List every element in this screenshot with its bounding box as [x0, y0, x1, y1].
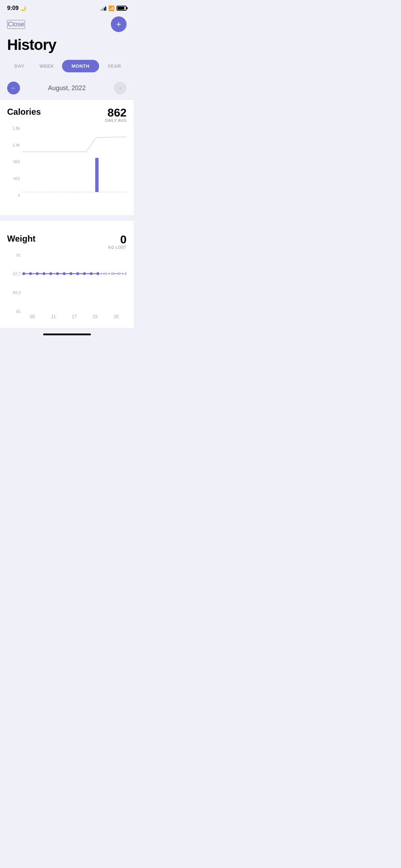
period-tabs: DAY WEEK MONTH YEAR: [0, 60, 134, 78]
page-title-section: History: [0, 36, 134, 60]
svg-point-7: [43, 272, 46, 275]
page-title: History: [7, 36, 127, 53]
svg-point-17: [111, 272, 114, 275]
weight-section: Weight 0 KG LOST 91 87.7 84.3 81: [0, 227, 134, 328]
svg-point-8: [50, 272, 52, 275]
add-button[interactable]: +: [111, 16, 127, 32]
calories-avg-label: DAILY AVG: [105, 118, 127, 123]
y-label-452: 452: [7, 176, 20, 181]
y-label-1-8k: 1.8k: [7, 126, 20, 130]
calories-value: 862: [105, 107, 127, 118]
chart-divider: [0, 215, 134, 221]
close-button[interactable]: Close: [7, 20, 25, 29]
tab-month[interactable]: MONTH: [62, 60, 99, 72]
status-icons: 📶: [101, 5, 127, 11]
next-date-button[interactable]: →: [114, 82, 127, 94]
weight-y-label-877: 87.7: [7, 272, 21, 276]
tab-week[interactable]: WEEK: [35, 60, 59, 72]
x-label-23: 23: [85, 314, 106, 319]
svg-point-15: [97, 272, 99, 275]
weight-y-label-81: 81: [7, 309, 21, 314]
home-indicator: [43, 334, 91, 335]
svg-point-5: [29, 272, 32, 275]
nav-bar: Close +: [0, 14, 134, 36]
x-label-29: 29: [106, 314, 127, 319]
tab-day[interactable]: DAY: [7, 60, 32, 72]
weight-stat: 0 KG LOST: [108, 234, 127, 249]
svg-point-14: [90, 272, 93, 275]
moon-icon: 🌙: [20, 5, 26, 11]
content-area: Calories 862 DAILY AVG 1.8k 1.4k 904 452…: [0, 100, 134, 328]
x-label-11: 11: [43, 314, 64, 319]
battery-icon: [117, 6, 127, 11]
y-label-1-4k: 1.4k: [7, 143, 20, 147]
x-label-17: 17: [64, 314, 85, 319]
weight-value: 0: [108, 234, 127, 245]
svg-rect-1: [95, 158, 98, 192]
plus-icon: +: [116, 20, 121, 29]
svg-point-4: [22, 272, 25, 275]
current-date-label: August, 2022: [48, 84, 86, 92]
calories-stat: 862 DAILY AVG: [105, 107, 127, 123]
calories-section: Calories 862 DAILY AVG 1.8k 1.4k 904 452…: [0, 100, 134, 208]
x-label-05: 05: [22, 314, 43, 319]
prev-date-button[interactable]: ←: [7, 82, 20, 94]
wifi-icon: 📶: [108, 5, 114, 11]
tab-year[interactable]: YEAR: [102, 60, 127, 72]
svg-point-18: [118, 272, 120, 275]
y-label-904: 904: [7, 160, 20, 164]
svg-point-12: [76, 272, 79, 275]
time-display: 9:09: [7, 5, 19, 11]
calories-title: Calories: [7, 107, 41, 117]
date-navigation: ← August, 2022 →: [0, 78, 134, 99]
weight-y-label-843: 84.3: [7, 290, 21, 295]
signal-icon: [101, 6, 107, 11]
svg-point-16: [104, 272, 107, 275]
status-bar: 9:09 🌙 📶: [0, 0, 134, 14]
y-label-0: 0: [7, 193, 20, 197]
svg-point-19: [124, 272, 127, 275]
calories-header: Calories 862 DAILY AVG: [7, 107, 127, 123]
weight-y-label-91: 91: [7, 253, 21, 257]
svg-point-13: [83, 272, 86, 275]
status-time: 9:09 🌙: [7, 5, 26, 11]
calories-chart-svg: [22, 126, 127, 197]
next-arrow-icon: →: [117, 85, 123, 91]
svg-point-9: [56, 272, 59, 275]
prev-arrow-icon: ←: [11, 85, 16, 91]
svg-point-11: [70, 272, 72, 275]
svg-point-10: [63, 272, 66, 275]
weight-chart-svg: [22, 253, 127, 314]
weight-stat-label: KG LOST: [108, 245, 127, 249]
svg-point-6: [36, 272, 39, 275]
weight-title: Weight: [7, 234, 36, 244]
weight-header: Weight 0 KG LOST: [7, 234, 127, 249]
